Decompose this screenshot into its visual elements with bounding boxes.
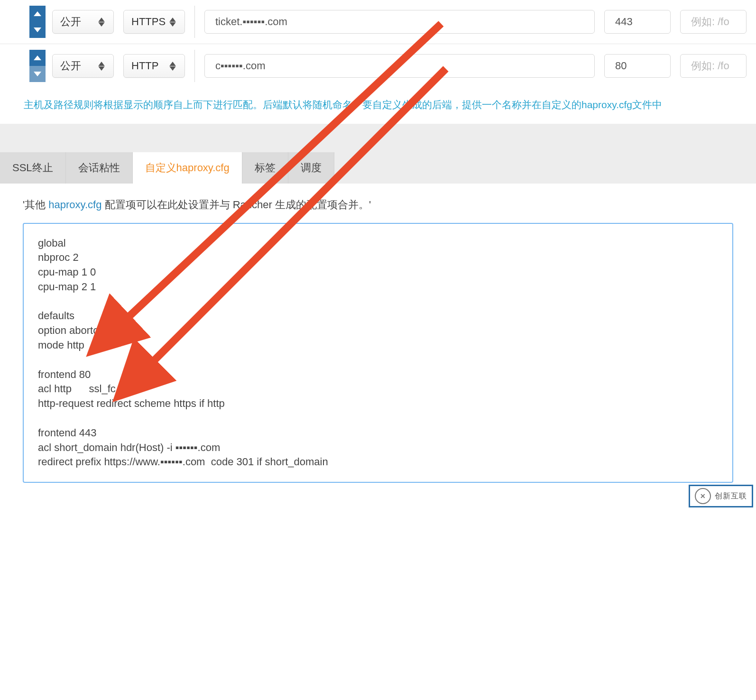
move-up-button[interactable] [29,50,46,66]
tab-custom-haproxy[interactable]: 自定义haproxy.cfg [133,152,242,184]
host-input[interactable]: ticket.▪▪▪▪▪▪.com [204,10,595,34]
rules-table: 公开 HTTPS ticket.▪▪▪▪▪▪.com 443 例如: /fo 公… [0,0,756,92]
access-value: 公开 [60,15,81,29]
rules-help-text: 主机及路径规则将根据显示的顺序自上而下进行匹配。后端默认将随机命名。要自定义生成… [0,92,756,124]
divider [194,6,195,38]
tab-scheduling[interactable]: 调度 [288,152,334,184]
path-input[interactable]: 例如: /fo [680,10,747,34]
custom-config-hint: '其他 haproxy.cfg 配置项可以在此处设置并与 Rancher 生成的… [23,197,733,212]
port-input[interactable]: 80 [604,54,671,78]
access-select[interactable]: 公开 [52,10,114,34]
hint-suffix: 配置项可以在此处设置并与 Rancher 生成的配置项合并。' [101,199,371,211]
move-up-button[interactable] [29,6,46,22]
tab-ssl[interactable]: SSL终止 [0,152,66,184]
rule-row: 公开 HTTPS ticket.▪▪▪▪▪▪.com 443 例如: /fo [0,0,756,44]
haproxy-config-textarea[interactable]: global nbproc 2 cpu-map 1 0 cpu-map 2 1 … [23,223,733,483]
move-down-button[interactable] [29,66,46,82]
chevron-updown-icon [98,16,106,28]
hint-prefix: '其他 [23,199,48,211]
watermark-logo-icon: ✕ [695,488,711,504]
divider [194,50,195,82]
protocol-value: HTTPS [131,16,166,28]
access-select[interactable]: 公开 [52,54,114,78]
access-value: 公开 [60,59,81,73]
tab-labels[interactable]: 标签 [242,152,288,184]
sort-handles [29,50,46,82]
host-input[interactable]: c▪▪▪▪▪▪.com [204,54,595,78]
tab-sticky[interactable]: 会话粘性 [66,152,133,184]
tabs-bar: SSL终止 会话粘性 自定义haproxy.cfg 标签 调度 [0,152,756,184]
chevron-updown-icon [169,60,177,72]
port-input[interactable]: 443 [604,10,671,34]
move-down-button[interactable] [29,22,46,38]
protocol-value: HTTP [131,60,158,72]
hint-link[interactable]: haproxy.cfg [48,199,101,211]
chevron-updown-icon [98,60,106,72]
protocol-select[interactable]: HTTPS [123,10,185,34]
tab-body-custom: '其他 haproxy.cfg 配置项可以在此处设置并与 Rancher 生成的… [0,184,756,512]
tabs-section: SSL终止 会话粘性 自定义haproxy.cfg 标签 调度 '其他 hapr… [0,124,756,512]
rule-row: 公开 HTTP c▪▪▪▪▪▪.com 80 例如: /fo [0,44,756,88]
protocol-select[interactable]: HTTP [123,54,185,78]
watermark-text: 创新互联 [715,491,747,501]
chevron-updown-icon [169,16,177,28]
watermark: ✕ 创新互联 [689,485,753,507]
sort-handles [29,6,46,38]
path-input[interactable]: 例如: /fo [680,54,747,78]
